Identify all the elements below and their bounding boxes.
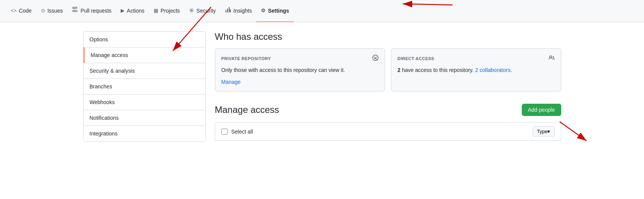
main-content: Who has access PRIVATE REPOSITORY Only t…: [215, 31, 561, 142]
direct-access-text: 2 have access to this repository. 2 coll…: [398, 66, 555, 74]
actions-icon: ▶: [121, 8, 125, 13]
nav-security[interactable]: ⛨ Security: [185, 0, 221, 22]
sidebar-item-notifications-label: Notifications: [90, 115, 119, 121]
pull-requests-icon: [72, 7, 78, 14]
sidebar-item-webhooks-label: Webhooks: [90, 99, 115, 105]
nav-insights-label: Insights: [233, 8, 252, 14]
nav-insights[interactable]: Insights: [220, 0, 256, 22]
security-icon: ⛨: [189, 8, 194, 13]
private-repo-label-row: PRIVATE REPOSITORY: [221, 55, 379, 62]
settings-icon: ⚙: [261, 8, 265, 13]
direct-access-label-row: DIRECT ACCESS: [398, 55, 555, 62]
select-all-row: Select all Type▾: [215, 122, 561, 141]
sidebar-item-manage-access[interactable]: Manage access: [84, 47, 205, 63]
sidebar-item-branches-label: Branches: [90, 83, 112, 90]
private-repo-card: PRIVATE REPOSITORY Only those with acces…: [215, 48, 385, 91]
nav-projects[interactable]: ▦ Projects: [149, 0, 185, 22]
type-filter-button[interactable]: Type▾: [533, 126, 554, 137]
nav-projects-label: Projects: [161, 8, 180, 14]
nav-pull-requests[interactable]: Pull requests: [67, 0, 116, 22]
private-repo-label: PRIVATE REPOSITORY: [221, 56, 271, 61]
sidebar-item-webhooks[interactable]: Webhooks: [84, 95, 205, 110]
settings-sidebar: Options Manage access Security & analysi…: [83, 31, 206, 142]
sidebar-item-notifications[interactable]: Notifications: [84, 110, 205, 126]
nav-actions[interactable]: ▶ Actions: [116, 0, 149, 22]
nav-code[interactable]: <> Code: [6, 0, 36, 22]
sidebar-item-options-label: Options: [90, 36, 108, 42]
private-repo-icon: [372, 55, 379, 62]
direct-access-post: .: [510, 67, 512, 73]
direct-access-label: DIRECT ACCESS: [398, 56, 434, 61]
access-cards-row: PRIVATE REPOSITORY Only those with acces…: [215, 48, 561, 91]
who-has-access-title: Who has access: [215, 31, 561, 42]
sidebar-item-options[interactable]: Options: [84, 32, 205, 47]
nav-issues[interactable]: ⊙ Issues: [36, 0, 67, 22]
direct-access-mid: have access to this repository.: [400, 67, 475, 73]
collaborators-link[interactable]: 2 collaborators: [475, 67, 510, 73]
add-people-button[interactable]: Add people: [522, 104, 561, 116]
top-nav: <> Code ⊙ Issues Pull requests ▶ Actions…: [0, 0, 644, 22]
direct-access-card: DIRECT ACCESS 2 have access to this repo…: [391, 48, 561, 91]
manage-access-title: Manage access: [215, 104, 279, 115]
manage-access-header: Manage access Add people: [215, 104, 561, 116]
nav-pull-requests-label: Pull requests: [80, 8, 111, 14]
select-all-checkbox[interactable]: [221, 129, 228, 135]
sidebar-item-integrations[interactable]: Integrations: [84, 126, 205, 141]
nav-security-label: Security: [197, 8, 216, 14]
private-repo-text: Only those with access to this repositor…: [221, 66, 379, 74]
code-icon: <>: [11, 8, 16, 13]
select-all-label: Select all: [231, 129, 253, 135]
insights-icon: [225, 7, 231, 14]
nav-settings-label: Settings: [268, 8, 289, 14]
nav-settings[interactable]: ⚙ Settings: [256, 0, 293, 22]
svg-line-5: [560, 122, 587, 141]
sidebar-item-security-analysis-label: Security & analysis: [90, 68, 135, 74]
sidebar-item-integrations-label: Integrations: [90, 130, 118, 137]
nav-actions-label: Actions: [127, 8, 144, 14]
sidebar-item-security-analysis[interactable]: Security & analysis: [84, 63, 205, 79]
nav-issues-label: Issues: [48, 8, 63, 14]
sidebar-item-branches[interactable]: Branches: [84, 79, 205, 95]
issues-icon: ⊙: [41, 8, 45, 13]
direct-access-icon: [549, 55, 555, 62]
private-repo-manage-link[interactable]: Manage: [221, 79, 241, 85]
projects-icon: ▦: [154, 8, 158, 13]
nav-code-label: Code: [19, 8, 31, 14]
sidebar-item-manage-access-label: Manage access: [91, 52, 128, 58]
